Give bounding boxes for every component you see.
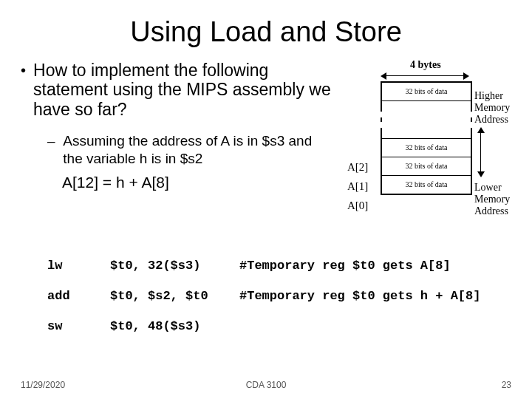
- code-op: lw: [47, 259, 110, 273]
- higher-address-label: Higher Memory Address: [474, 90, 519, 126]
- width-arrow: [381, 72, 469, 80]
- memory-gap: [382, 101, 471, 139]
- equation: A[12] = h + A[8]: [62, 174, 331, 191]
- footer-course: CDA 3100: [0, 380, 532, 390]
- bullet-level-2: – Assuming the address of A is in $s3 an…: [47, 132, 331, 168]
- memory-box: 32 bits of data 32 bits of data 32 bits …: [381, 81, 472, 195]
- index-label: A[0]: [347, 200, 368, 212]
- code-args: $t0, 48($s3): [110, 319, 239, 333]
- code-args: $t0, $s2, $t0: [110, 289, 239, 303]
- bullet-dot: •: [21, 61, 26, 119]
- bullet-level-1: • How to implement the following stateme…: [21, 61, 331, 119]
- code-args: $t0, 32($s3): [110, 259, 239, 273]
- index-label: A[1]: [347, 180, 368, 193]
- vertical-arrow: [477, 127, 485, 177]
- memory-cell: 32 bits of data: [382, 139, 471, 157]
- code-comment: #Temporary reg $t0 gets h + A[8]: [239, 289, 480, 303]
- body-text: • How to implement the following stateme…: [21, 61, 331, 191]
- code-op: sw: [47, 319, 110, 333]
- memory-diagram: 4 bytes 32 bits of data 32 bits of data …: [332, 59, 514, 229]
- code-row: sw $t0, 48($s3): [47, 319, 480, 333]
- index-label: A[2]: [347, 161, 368, 174]
- slide: Using Load and Store • How to implement …: [0, 0, 532, 399]
- code-row: lw $t0, 32($s3) #Temporary reg $t0 gets …: [47, 259, 480, 273]
- code-comment: #Temporary reg $t0 gets A[8]: [239, 259, 451, 273]
- code-op: add: [47, 289, 110, 303]
- bullet-text: How to implement the following statement…: [33, 61, 331, 119]
- code-block: lw $t0, 32($s3) #Temporary reg $t0 gets …: [47, 259, 480, 349]
- lower-address-label: Lower Memory Address: [474, 182, 519, 217]
- memory-cell: 32 bits of data: [382, 157, 471, 176]
- sub-text: Assuming the address of A is in $s3 and …: [63, 132, 314, 168]
- memory-cell: 32 bits of data: [382, 83, 471, 101]
- bytes-label: 4 bytes: [410, 59, 441, 71]
- bullet-dash: –: [47, 132, 59, 150]
- code-row: add $t0, $s2, $t0 #Temporary reg $t0 get…: [47, 289, 480, 303]
- slide-title: Using Load and Store: [0, 16, 532, 48]
- footer-page-number: 23: [502, 380, 511, 390]
- memory-cell: 32 bits of data: [382, 176, 471, 194]
